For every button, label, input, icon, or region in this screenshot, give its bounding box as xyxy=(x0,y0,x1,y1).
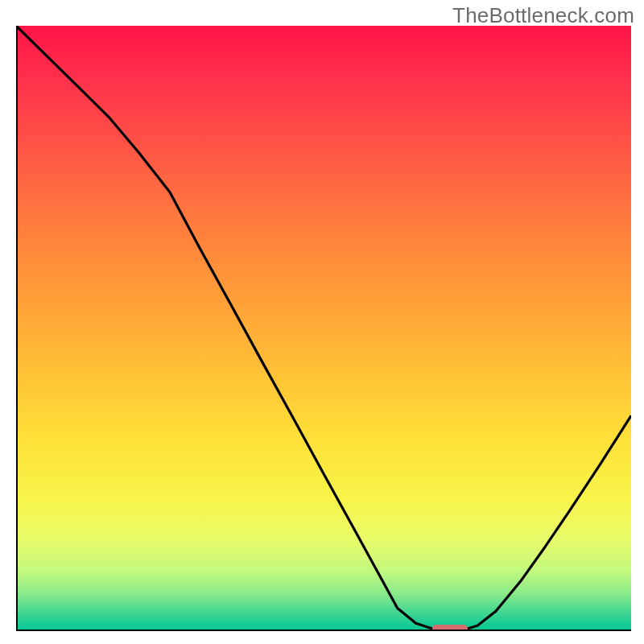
plot-area xyxy=(16,26,631,631)
chart-svg xyxy=(16,26,631,631)
watermark-text: TheBottleneck.com xyxy=(452,3,634,28)
bottleneck-curve-line xyxy=(16,26,631,631)
bottleneck-chart: TheBottleneck.com xyxy=(0,0,644,644)
